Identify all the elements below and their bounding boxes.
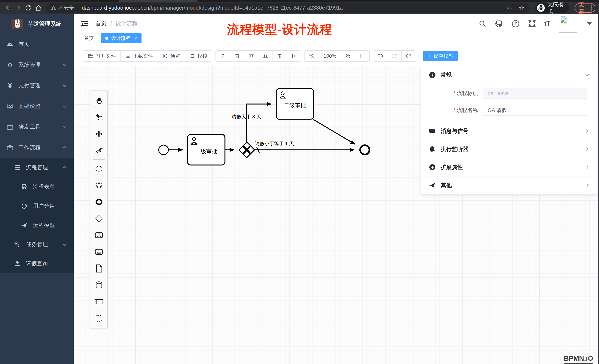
section-execution-listeners[interactable]: 执行监听器 [421,140,598,158]
section-general[interactable]: i 常规 [421,66,598,84]
security-label[interactable]: 不安全 [58,4,74,11]
sidebar-item-system[interactable]: ⚙ 系统管理 [0,54,74,75]
chevron-down-icon[interactable] [587,22,592,25]
sidebar-fold-icon[interactable] [81,20,88,27]
create-end-event[interactable] [90,194,107,210]
fullscreen-icon[interactable] [528,20,536,27]
browser-tabstrip [0,0,599,2]
start-event[interactable] [159,145,168,155]
create-data-object[interactable] [90,260,107,277]
back-icon[interactable] [4,3,12,13]
avatar[interactable] [559,15,577,33]
home-icon[interactable] [34,3,43,13]
global-connect-tool[interactable] [90,142,107,159]
undo-button[interactable] [373,51,387,61]
update-label: 更新 [579,1,588,15]
help-icon[interactable]: ? [511,20,520,28]
exclusive-gateway[interactable] [239,142,255,158]
lasso-tool[interactable] [90,109,107,126]
bpmn-toolbar: 打开文件 下载文件 预览 模拟 [74,46,599,66]
create-intermediate-event[interactable] [90,177,107,194]
hand-tool[interactable] [90,92,107,109]
incognito-badge: 无痕模式 [535,3,569,13]
github-icon[interactable] [495,20,503,28]
create-subprocess[interactable] [90,244,107,260]
breadcrumb: 首页 / 设计流程 [96,20,138,27]
zoom-out-icon [309,53,315,59]
space-tool[interactable] [90,126,107,142]
chevron-up-icon [62,165,67,170]
align-bottom-button[interactable] [258,51,273,61]
bpmn-canvas[interactable]: 一级审批 二级审批 [74,66,599,364]
browser-update-button[interactable]: 更新 [575,3,595,13]
sidebar-item-process-management[interactable]: 流程管理 [0,158,74,177]
download-file-button[interactable]: 下载文件 [121,51,158,61]
flow-label-gt3[interactable]: 请假大于 3 天 [232,114,261,119]
svg-text:二级审批: 二级审批 [284,102,306,109]
align-horizontal-center-button[interactable] [287,51,301,61]
browser-menu-icon[interactable] [591,5,592,10]
end-event[interactable] [360,145,370,154]
sidebar-item-task-management[interactable]: 任务管理 [0,235,74,254]
sidebar-item-dev-tools[interactable]: 研发工具 [0,117,74,137]
sidebar-item-process-model[interactable]: 流程模型 [0,216,74,235]
bell-icon [429,146,436,153]
create-gateway[interactable] [90,210,107,227]
user-task-level2[interactable]: 二级审批 [276,89,314,119]
user-task-level1[interactable]: 一级审批 [188,135,225,165]
app-logo-row[interactable]: 芋道管理系统 [0,14,74,34]
browser-active-tab[interactable] [118,0,198,2]
section-other[interactable]: 其他 [421,177,598,195]
sidebar-item-home[interactable]: 首页 [0,34,74,54]
open-file-button[interactable]: 打开文件 [83,51,121,61]
sidebar-item-leave-query[interactable]: 请假查询 [0,254,74,273]
process-name-input[interactable] [483,105,587,116]
password-key-icon[interactable] [506,5,512,11]
restart-button[interactable] [402,51,416,61]
chevron-down-icon[interactable] [585,72,590,78]
redo-button[interactable] [387,51,402,61]
create-start-event[interactable] [90,160,107,177]
section-messages-signals[interactable]: 消息与信号 [421,122,598,140]
download-icon [125,53,131,59]
tab-home[interactable]: 首页 [79,33,99,43]
flow-label-le1[interactable]: 请假小于等于 1 天 [255,141,294,146]
chevron-down-icon [62,83,67,88]
simulate-button[interactable]: 模拟 [185,51,212,61]
create-group[interactable] [90,310,107,327]
zoom-in-button[interactable] [341,51,355,61]
divider [78,5,78,11]
forward-icon[interactable] [14,3,23,13]
tab-design-process[interactable]: 设计流程 × [101,33,141,43]
sidebar-item-payment[interactable]: ¥ 支付管理 [0,75,74,96]
align-vertical-center-button[interactable] [273,51,287,61]
chip-icon [190,53,195,59]
bpmn-io-watermark[interactable]: BPMN.iO [564,355,593,364]
reload-icon[interactable] [24,3,33,13]
create-user-task[interactable] [90,227,107,244]
save-model-button[interactable]: + 保存模型 [423,51,458,61]
create-data-store[interactable] [90,277,107,293]
sidebar-item-workflow[interactable]: 工作流程 [0,137,74,158]
not-secure-warning-icon [51,5,56,11]
breadcrumb-home[interactable]: 首页 [96,20,106,27]
chevron-down-icon [62,242,67,247]
align-left-button[interactable] [216,51,230,61]
search-icon[interactable] [479,20,486,27]
font-size-icon[interactable]: tT [545,20,550,27]
address-bar[interactable]: 不安全 dashboard.yudao.iocoder.cn/bpm/manag… [46,3,529,13]
sidebar-item-user-group[interactable]: 用户分组 [0,196,74,216]
zoom-out-button[interactable] [305,51,319,61]
align-right-button[interactable] [230,51,244,61]
reset-view-button[interactable] [355,51,370,61]
create-participant[interactable] [90,293,107,310]
close-icon[interactable]: × [134,36,137,41]
refresh-icon [406,53,411,59]
preview-button[interactable]: 预览 [158,51,185,61]
bookmark-star-icon[interactable]: ☆ [519,5,524,11]
section-extension-properties[interactable]: 扩展属性 [421,158,598,177]
process-key-input[interactable] [483,88,587,99]
sidebar-item-infrastructure[interactable]: 基础设施 [0,96,74,117]
sidebar-item-process-form[interactable]: 流程表单 [0,177,74,196]
align-top-button[interactable] [244,51,258,61]
